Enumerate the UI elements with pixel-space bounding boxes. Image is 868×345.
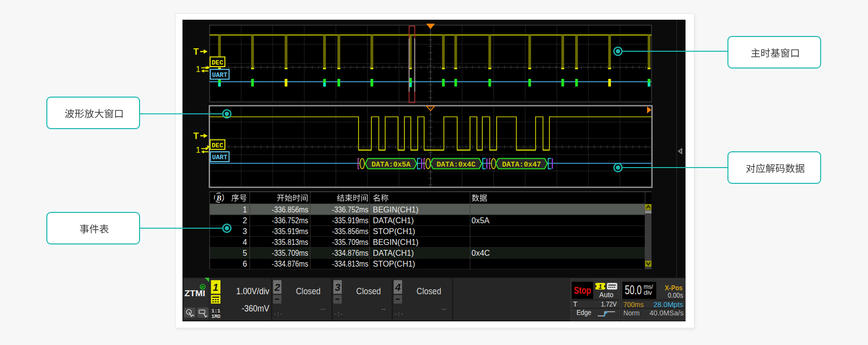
- svg-text:-336.752ms: -336.752ms: [272, 216, 308, 225]
- svg-text:STOP(CH1): STOP(CH1): [373, 227, 415, 236]
- svg-text:-335.919ms: -335.919ms: [332, 216, 368, 225]
- svg-text:40.0MSa/s: 40.0MSa/s: [650, 309, 684, 317]
- svg-text:Edge: Edge: [577, 309, 591, 316]
- svg-text:UART: UART: [212, 154, 227, 161]
- svg-text:1MΩ: 1MΩ: [212, 314, 220, 319]
- svg-text:Auto: Auto: [599, 291, 614, 299]
- svg-text:DATA:0x47: DATA:0x47: [502, 161, 541, 169]
- svg-text:R: R: [201, 285, 205, 290]
- svg-text:50.0: 50.0: [625, 283, 642, 297]
- svg-text:B: B: [216, 194, 221, 202]
- svg-text:-335.813ms: -335.813ms: [272, 238, 308, 246]
- svg-text:BEGIN(CH1): BEGIN(CH1): [373, 206, 418, 214]
- svg-text:2: 2: [243, 216, 247, 225]
- svg-text:-335.856ms: -335.856ms: [332, 227, 368, 236]
- svg-text:1.00V/div: 1.00V/div: [236, 286, 269, 296]
- svg-text:DATA(CH1): DATA(CH1): [373, 249, 414, 257]
- svg-text:1: 1: [599, 283, 602, 290]
- svg-text:DATA:0x5A: DATA:0x5A: [371, 161, 410, 169]
- svg-text:DATA:0x4C: DATA:0x4C: [436, 161, 475, 169]
- svg-text:-334.876ms: -334.876ms: [272, 260, 308, 268]
- svg-text:-360mV: -360mV: [242, 303, 269, 313]
- svg-text:3: 3: [243, 227, 247, 236]
- svg-text:3: 3: [335, 282, 340, 293]
- svg-text:4: 4: [243, 238, 247, 246]
- svg-text:1: 1: [213, 282, 218, 293]
- svg-text:T: T: [193, 47, 199, 57]
- svg-text:--: --: [321, 305, 326, 313]
- svg-text:4: 4: [395, 282, 400, 293]
- svg-text:DEC: DEC: [212, 142, 223, 149]
- svg-text:1: 1: [196, 65, 200, 74]
- svg-text:-335.709ms: -335.709ms: [332, 238, 368, 246]
- svg-text:div: div: [644, 289, 652, 296]
- svg-text:6: 6: [243, 260, 247, 268]
- svg-text:-334.876ms: -334.876ms: [332, 249, 368, 257]
- svg-text:Closed: Closed: [296, 286, 321, 296]
- svg-text:-336.856ms: -336.856ms: [272, 206, 308, 214]
- svg-text:--: --: [441, 305, 446, 313]
- svg-text:-334.813ms: -334.813ms: [332, 260, 368, 268]
- svg-text:Norm: Norm: [623, 309, 640, 317]
- svg-text:ZTMI: ZTMI: [184, 289, 205, 298]
- svg-text:2: 2: [274, 282, 280, 293]
- svg-text:28.0Mpts: 28.0Mpts: [653, 300, 683, 309]
- svg-text:1.72V: 1.72V: [601, 300, 617, 308]
- svg-text:1: 1: [243, 206, 247, 214]
- svg-text:1:1: 1:1: [212, 309, 220, 314]
- svg-text:Closed: Closed: [417, 286, 441, 296]
- svg-text:700ms: 700ms: [623, 300, 644, 309]
- svg-text:STOP(CH1): STOP(CH1): [373, 260, 415, 268]
- svg-text:-335.919ms: -335.919ms: [272, 227, 308, 236]
- svg-text:0x5A: 0x5A: [471, 216, 490, 225]
- svg-text:-:-: -:-: [333, 311, 343, 317]
- svg-text:0x4C: 0x4C: [471, 249, 490, 257]
- svg-text:DEC: DEC: [212, 59, 223, 67]
- svg-text:UART: UART: [212, 71, 227, 79]
- svg-text:--: --: [381, 305, 386, 313]
- svg-text:Closed: Closed: [356, 286, 381, 296]
- svg-text:-:-: -:-: [273, 311, 283, 317]
- svg-text:0.00s: 0.00s: [668, 291, 683, 299]
- svg-text:Stop: Stop: [574, 285, 591, 296]
- svg-text:-336.752ms: -336.752ms: [332, 206, 368, 214]
- svg-text:5: 5: [243, 249, 247, 257]
- svg-text:1: 1: [196, 145, 200, 155]
- svg-text:-:-: -:-: [394, 311, 404, 317]
- svg-text:-335.709ms: -335.709ms: [272, 249, 308, 257]
- svg-text:T: T: [573, 300, 578, 308]
- svg-text:DATA(CH1): DATA(CH1): [373, 216, 414, 225]
- svg-text:BEGIN(CH1): BEGIN(CH1): [373, 238, 418, 246]
- svg-text:T: T: [193, 131, 199, 141]
